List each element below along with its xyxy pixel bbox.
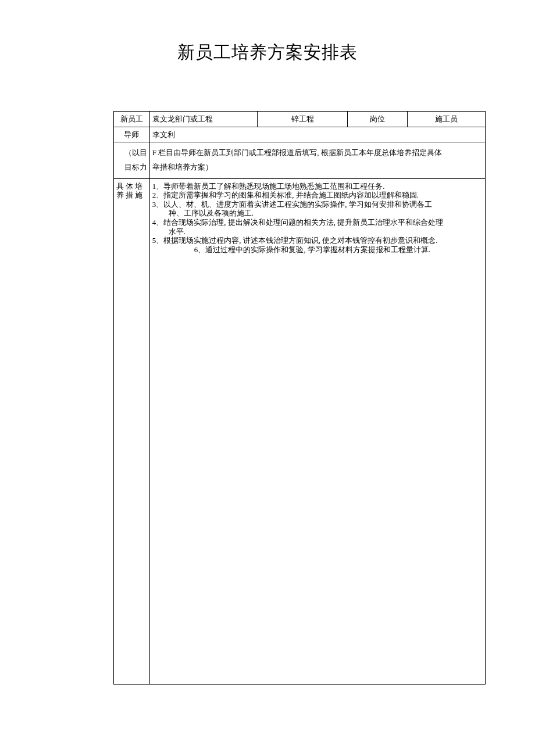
project-value: 锌工程	[258, 112, 348, 127]
measures-label: 具体培养措施	[114, 178, 150, 684]
employee-name-dept: 袁文龙部门或工程	[149, 112, 258, 127]
measures-row: 具体培养措施 1、导师带着新员工了解和熟悉现场施工场地熟悉施工范围和工程任务. …	[114, 178, 486, 684]
new-employee-label: 新员工	[114, 112, 150, 127]
info-row-1: 新员工 袁文龙部门或工程 锌工程 岗位 施工员	[114, 112, 486, 127]
measure-item-2: 2、指定所需掌握和学习的图集和相关标准, 并结合施工图纸内容加以理解和稳固.	[152, 191, 483, 200]
mentor-value: 李文利	[149, 127, 485, 142]
document-page: 新员工培养方案安排表 新员工 袁文龙部门或工程 锌工程 岗位 施工员 导师 李文…	[0, 0, 535, 714]
measures-content: 1、导师带着新员工了解和熟悉现场施工场地熟悉施工范围和工程任务. 2、指定所需掌…	[149, 178, 485, 684]
note-line-2: 举措和培养方案）	[152, 163, 213, 171]
measure-item-4: 4、结合现场实际治理, 提出解决和处理问题的相关方法, 提升新员工治理水平和综合…	[152, 218, 483, 227]
position-label: 岗位	[347, 112, 407, 127]
measure-item-4-cont: 水平.	[152, 227, 483, 237]
note-line-1: F 栏目由导师在新员工到部门或工程部报道后填写, 根据新员工本年度总体培养招定具…	[152, 148, 442, 157]
measure-item-5: 5、根据现场实施过程内容, 讲述本钱治理方面知识, 使之对本钱管控有初步意识和概…	[152, 236, 483, 245]
note-goal: 目标力	[124, 163, 147, 171]
document-title: 新员工培养方案安排表	[58, 41, 477, 65]
measure-item-3-cont: 种、工序以及各项的施工.	[152, 209, 483, 218]
training-table: 新员工 袁文龙部门或工程 锌工程 岗位 施工员 导师 李文利 （以目 目标力 F…	[113, 111, 486, 685]
note-prefix: （以目	[124, 148, 147, 157]
note-left-cell: （以目 目标力	[114, 142, 150, 178]
measure-item-6: 6、通过过程中的实际操作和复验, 学习掌握材料方案提报和工程量计算.	[152, 245, 483, 255]
measure-item-3: 3、以人、材、机、进度方面着实讲述工程实施的实际操作, 学习如何安排和协调各工	[152, 200, 483, 209]
measure-item-1: 1、导师带着新员工了解和熟悉现场施工场地熟悉施工范围和工程任务.	[152, 182, 483, 191]
info-row-2: 导师 李文利	[114, 127, 486, 142]
note-row: （以目 目标力 F 栏目由导师在新员工到部门或工程部报道后填写, 根据新员工本年…	[114, 142, 486, 178]
position-value: 施工员	[408, 112, 486, 127]
mentor-label: 导师	[114, 127, 150, 142]
note-right-cell: F 栏目由导师在新员工到部门或工程部报道后填写, 根据新员工本年度总体培养招定具…	[149, 142, 485, 178]
